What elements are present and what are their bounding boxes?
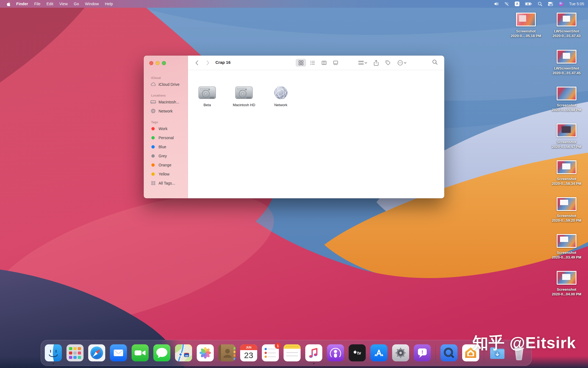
desktop-icon[interactable]: Screenshot2020-0...03.49 PM <box>547 234 586 260</box>
file-thumbnail <box>557 13 576 26</box>
volume-macintosh-hd[interactable]: Macintosh HD <box>230 81 258 107</box>
dock-downloads-icon[interactable] <box>489 344 506 361</box>
sidebar-tag-grey[interactable]: Grey <box>144 151 188 160</box>
file-name: Screenshot <box>547 103 586 108</box>
close-button[interactable] <box>149 61 153 65</box>
icon-view-button[interactable] <box>296 59 306 67</box>
dock-safari-icon[interactable] <box>88 344 105 361</box>
spotlight-icon[interactable] <box>538 2 542 6</box>
dock-home-icon[interactable] <box>462 344 479 361</box>
desktop-icon[interactable]: LWScreenShot2020-0...01.47.43 <box>547 13 586 38</box>
svg-text:280: 280 <box>185 355 188 357</box>
desktop-icon[interactable]: Screenshot2020-0...56.47 PM <box>547 123 586 149</box>
sidebar-tag-yellow[interactable]: Yellow <box>144 169 188 178</box>
desktop-icon[interactable]: Screenshot2020-0...55.48 PM <box>547 87 586 112</box>
dock-feedback-assistant-icon[interactable]: ! <box>414 344 431 361</box>
dock-quicktime-player-icon[interactable] <box>440 344 457 361</box>
tag-dot-yellow <box>151 172 155 176</box>
sidebar-tag-personal[interactable]: Personal <box>144 133 188 142</box>
dock-reminders-icon[interactable]: 1 <box>262 344 279 361</box>
more-actions-button[interactable] <box>397 60 406 66</box>
gallery-view-button[interactable] <box>330 59 341 67</box>
dock-maps-icon[interactable]: 280 <box>175 344 192 361</box>
tag-dot-blue <box>151 145 155 149</box>
battery-charging-icon[interactable] <box>525 2 532 6</box>
desktop-icon[interactable]: Screenshot2020-0....05.18 PM <box>507 13 545 38</box>
tag-dot-orange <box>151 163 155 167</box>
desktop-icon[interactable]: Screenshot2020-0...59.20 PM <box>547 197 586 223</box>
sidebar-tag-orange[interactable]: Orange <box>144 160 188 169</box>
dock-music-icon[interactable] <box>305 344 322 361</box>
group-by-button[interactable] <box>358 60 367 65</box>
window-controls <box>144 56 188 65</box>
tag-dot-green <box>151 136 155 139</box>
dock-messages-icon[interactable] <box>153 344 170 361</box>
search-button[interactable] <box>432 59 438 66</box>
sidebar-item-all-tags[interactable]: All Tags... <box>144 178 188 188</box>
volume-network[interactable]: Network <box>267 81 295 107</box>
column-view-button[interactable] <box>319 59 329 67</box>
sidebar-tag-work[interactable]: Work <box>144 124 188 133</box>
finder-toolbar: Crap 16 <box>188 56 444 70</box>
dock-notes-icon[interactable] <box>284 344 301 361</box>
menu-item-window[interactable]: Window <box>82 2 102 6</box>
file-name: Screenshot <box>547 213 586 218</box>
menu-item-finder[interactable]: Finder <box>13 2 31 6</box>
dock-photos-icon[interactable] <box>197 344 214 361</box>
view-switcher <box>296 59 341 67</box>
menu-item-view[interactable]: View <box>56 2 71 6</box>
sidebar-item-network[interactable]: Network <box>144 106 188 116</box>
sidebar-item-macintosh[interactable]: Macintosh... <box>144 97 188 106</box>
menu-item-file[interactable]: File <box>31 2 43 6</box>
file-thumbnail <box>557 87 576 100</box>
file-name: Screenshot <box>507 29 545 34</box>
file-name: Screenshot <box>547 287 586 292</box>
volume-icon[interactable] <box>494 2 499 6</box>
dock-mail-icon[interactable] <box>110 344 127 361</box>
dock-divider <box>436 345 436 361</box>
siri-icon[interactable] <box>559 1 564 6</box>
apple-menu-icon[interactable] <box>4 2 13 6</box>
file-thumbnail <box>557 234 576 248</box>
back-button[interactable] <box>193 59 200 66</box>
file-name: LWScreenShot <box>547 66 586 71</box>
list-view-button[interactable] <box>307 59 318 67</box>
dock-app-store-icon[interactable] <box>370 344 387 361</box>
dock-finder-icon[interactable] <box>45 344 62 361</box>
desktop-icon[interactable]: Screenshot2020-0...04.00 PM <box>547 271 586 296</box>
dock-trash-icon[interactable] <box>511 344 528 361</box>
dock-launchpad-icon[interactable] <box>66 344 84 361</box>
dock-contacts-icon[interactable] <box>218 344 235 361</box>
menu-item-go[interactable]: Go <box>71 2 82 6</box>
input-source-icon[interactable]: A <box>515 1 520 6</box>
menu-item-edit[interactable]: Edit <box>43 2 56 6</box>
dock-facetime-icon[interactable] <box>132 344 149 361</box>
wifi-off-icon[interactable] <box>504 2 509 6</box>
control-center-icon[interactable] <box>548 2 553 6</box>
dock-calendar-icon[interactable]: JUN 23 <box>240 344 257 361</box>
zoom-button[interactable] <box>162 61 166 65</box>
file-thumbnail <box>557 50 576 64</box>
dock-podcasts-icon[interactable] <box>327 344 344 361</box>
dock-apple-tv-icon[interactable]: tv <box>349 344 366 361</box>
volume-beta[interactable]: Beta <box>193 81 221 107</box>
forward-button[interactable] <box>204 59 211 66</box>
sidebar-item-icloud-drive[interactable]: iCloud Drive <box>144 80 188 89</box>
svg-text:tv: tv <box>357 351 361 355</box>
menu-bar: Finder File Edit View Go Window Help A <box>0 0 588 8</box>
menu-bar-clock[interactable]: Tue 5:05 <box>569 2 584 6</box>
volume-label: Network <box>267 103 295 107</box>
desktop-icon[interactable]: LWScreenShot2020-0...01.47.45 <box>547 50 586 75</box>
menu-item-help[interactable]: Help <box>102 2 116 6</box>
tag-dot-grey <box>151 154 155 158</box>
share-button[interactable] <box>374 60 379 66</box>
tag-button[interactable] <box>385 60 391 65</box>
file-name: Screenshot <box>547 250 586 255</box>
dock-system-preferences-icon[interactable] <box>392 344 409 361</box>
finder-window: iCloud iCloud Drive Locations Macintosh.… <box>144 56 444 198</box>
file-thumbnail <box>557 123 576 137</box>
sidebar-tag-blue[interactable]: Blue <box>144 142 188 151</box>
minimize-button[interactable] <box>156 61 160 65</box>
desktop-icon[interactable]: Screenshot2020-0...58.34 PM <box>547 160 586 186</box>
network-globe-icon <box>267 81 295 100</box>
